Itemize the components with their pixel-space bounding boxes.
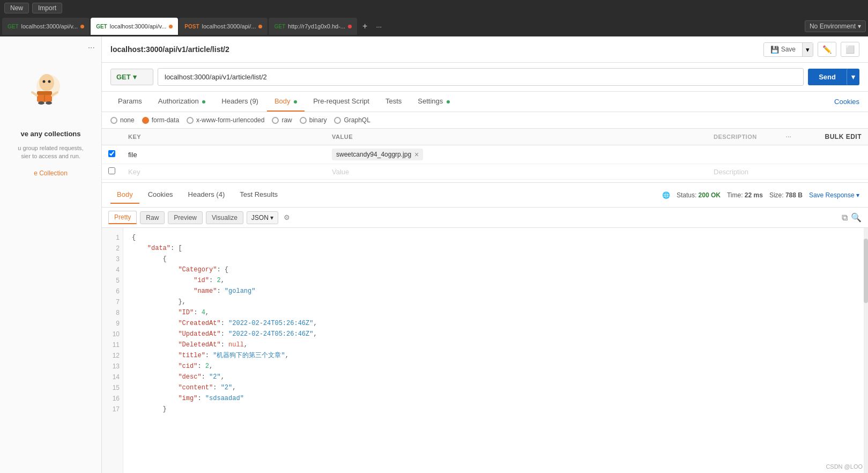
body-type-form-data[interactable]: form-data xyxy=(142,116,179,124)
method-chevron: ▾ xyxy=(133,73,137,81)
url-input[interactable] xyxy=(158,68,804,86)
tab-tests[interactable]: Tests xyxy=(378,92,409,112)
response-status-info: 🌐 Status: 200 OK Time: 22 ms Size: 788 B… xyxy=(662,191,859,199)
format-visualize-button[interactable]: Visualize xyxy=(206,211,243,224)
table-row-placeholder: Key Value Description xyxy=(102,164,868,180)
tab-1[interactable]: GET localhost:3000/api/v... xyxy=(2,18,90,35)
line-num-6: 6 xyxy=(102,286,120,297)
tab-url-4: http://r7yd1g0x0.hd-... xyxy=(288,23,345,29)
format-pretty-button[interactable]: Pretty xyxy=(108,211,137,224)
sidebar-create-link[interactable]: e Collection xyxy=(6,169,95,177)
save-dropdown-button[interactable]: ▾ xyxy=(802,43,813,56)
tab-method-1: GET xyxy=(8,24,19,29)
format-toolbar: Pretty Raw Preview Visualize JSON ▾ ⚙ ⧉ … xyxy=(102,208,868,228)
url-bar: GET ▾ Send ▾ xyxy=(102,63,868,92)
description-cell-1 xyxy=(707,145,868,164)
res-tab-headers[interactable]: Headers (4) xyxy=(182,186,232,204)
radio-form-data xyxy=(142,117,149,124)
body-type-bar: none form-data x-www-form-urlencoded raw… xyxy=(102,112,868,129)
tab-settings[interactable]: Settings xyxy=(410,92,457,112)
tab-dot-2 xyxy=(169,25,173,28)
body-type-raw[interactable]: raw xyxy=(272,116,292,124)
file-name-1: sweetcandy94_4oggrp.jpg xyxy=(336,151,411,158)
env-label: No Environment xyxy=(810,23,856,30)
environment-selector[interactable]: No Environment ▾ xyxy=(805,20,866,32)
bulk-edit-button[interactable]: Bulk Edit xyxy=(825,133,862,141)
line-num-13: 13 xyxy=(102,361,120,372)
row-checkbox-1[interactable] xyxy=(108,150,115,157)
line-num-2: 2 xyxy=(102,243,120,254)
send-button[interactable]: Send xyxy=(808,69,847,85)
tab-4[interactable]: GET http://r7yd1g0x0.hd-... xyxy=(269,18,357,35)
body-type-urlencoded[interactable]: x-www-form-urlencoded xyxy=(187,116,264,124)
new-button[interactable]: New xyxy=(4,3,29,13)
add-tab-button[interactable]: + xyxy=(358,19,372,33)
json-line-10: "UpdatedAt": "2022-02-24T05:26:46Z", xyxy=(132,329,855,339)
save-button[interactable]: 💾 Save xyxy=(764,43,802,56)
line-num-9: 9 xyxy=(102,318,120,329)
json-type-selector[interactable]: JSON ▾ xyxy=(247,211,278,224)
edit-icon-button[interactable]: ✏️ xyxy=(818,42,836,57)
format-preview-button[interactable]: Preview xyxy=(168,211,203,224)
tab-params[interactable]: Params xyxy=(110,92,150,112)
res-tab-body[interactable]: Body xyxy=(110,186,139,204)
svg-point-2 xyxy=(42,80,45,83)
json-line-7: }, xyxy=(132,297,855,307)
json-line-9: "CreatedAt": "2022-02-24T05:26:46Z", xyxy=(132,318,855,329)
method-selector[interactable]: GET ▾ xyxy=(110,69,153,85)
tab-authorization[interactable]: Authorization xyxy=(151,92,213,112)
description-header: DESCRIPTION ··· Bulk Edit xyxy=(714,133,862,141)
tab-pre-request[interactable]: Pre-request Script xyxy=(306,92,377,112)
time-label: Time: 22 ms xyxy=(727,191,763,199)
search-icon[interactable]: 🔍 xyxy=(851,212,862,223)
tab-method-2: GET xyxy=(96,24,107,29)
format-raw-button[interactable]: Raw xyxy=(140,211,165,224)
tab-dot-3 xyxy=(258,25,262,28)
auth-dot xyxy=(202,100,205,104)
copy-icon[interactable]: ⧉ xyxy=(842,213,848,223)
request-panel: localhost:3000/api/v1/article/list/2 💾 S… xyxy=(102,36,868,473)
value-placeholder: Value xyxy=(332,168,349,176)
line-num-15: 15 xyxy=(102,382,120,393)
body-type-binary[interactable]: binary xyxy=(300,116,327,124)
row-checkbox-placeholder[interactable] xyxy=(108,167,115,174)
description-placeholder: Description xyxy=(714,168,748,176)
radio-urlencoded xyxy=(187,117,194,124)
tab-method-4: GET xyxy=(274,24,285,29)
tab-body[interactable]: Body xyxy=(267,92,305,112)
tab-3[interactable]: POST localhost:3000/api/... xyxy=(179,18,268,35)
scrollbar-track[interactable] xyxy=(864,228,868,473)
json-line-2: "data": [ xyxy=(132,243,855,254)
tab-2[interactable]: GET localhost:3000/api/v... xyxy=(91,18,178,35)
cookies-link[interactable]: Cookies xyxy=(834,98,859,106)
json-line-1: { xyxy=(132,232,855,243)
csdn-watermark: CSDN @LOO xyxy=(826,463,863,470)
tabs-bar: GET localhost:3000/api/v... GET localhos… xyxy=(0,16,868,36)
body-type-none[interactable]: none xyxy=(110,116,135,124)
json-line-11: "DeletedAt": null, xyxy=(132,339,855,350)
sidebar-subtitle: u group related requests,sier to access … xyxy=(6,144,95,161)
layout-icon-button[interactable]: ⬜ xyxy=(841,42,859,57)
send-dropdown-button[interactable]: ▾ xyxy=(847,69,859,85)
res-tab-test-results[interactable]: Test Results xyxy=(233,186,284,204)
import-button[interactable]: Import xyxy=(32,3,62,13)
json-line-14: "desc": "2", xyxy=(132,372,855,382)
column-options-button[interactable]: ··· xyxy=(786,134,792,140)
svg-point-1 xyxy=(39,74,54,91)
remove-file-button[interactable]: × xyxy=(414,150,419,159)
json-label: JSON xyxy=(251,214,269,221)
line-num-17: 17 xyxy=(102,404,120,415)
line-num-4: 4 xyxy=(102,264,120,275)
top-bar: New Import xyxy=(0,0,868,16)
json-line-8: "ID": 4, xyxy=(132,307,855,318)
save-response-button[interactable]: Save Response ▾ xyxy=(809,191,859,199)
json-chevron: ▾ xyxy=(270,214,273,221)
res-tab-cookies[interactable]: Cookies xyxy=(142,186,180,204)
line-num-11: 11 xyxy=(102,339,120,350)
sidebar-more-button[interactable]: ··· xyxy=(88,43,95,53)
more-tabs-button[interactable]: ··· xyxy=(373,20,385,33)
line-num-1: 1 xyxy=(102,232,120,243)
tab-headers[interactable]: Headers (9) xyxy=(214,92,266,112)
body-type-graphql[interactable]: GraphQL xyxy=(334,116,370,124)
filter-icon[interactable]: ⚙ xyxy=(284,213,290,221)
